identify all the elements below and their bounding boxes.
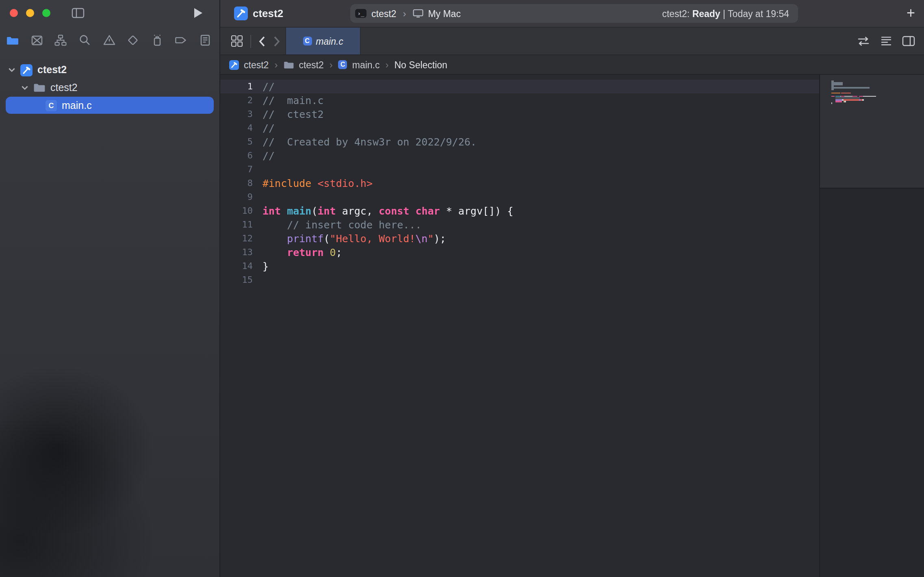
minimap-line [831,80,924,82]
code-text: // ctest2 [262,107,324,121]
minimap-line [831,99,924,100]
debug-navigator-icon[interactable] [150,33,164,47]
toggle-sidebar-icon[interactable] [72,7,85,19]
minimap-panel [819,75,924,577]
test-navigator-icon[interactable] [126,33,140,47]
window-title: ctest2 [253,7,283,20]
symbol-navigator-icon[interactable] [54,33,68,47]
line-number[interactable]: 2 [220,93,262,107]
minimap-line [831,104,924,106]
report-navigator-icon[interactable] [198,33,212,47]
issue-navigator-icon[interactable] [102,33,116,47]
minimap-line [831,89,924,90]
close-button[interactable] [10,9,18,17]
library-plus-button[interactable]: + [907,3,915,23]
zoom-button[interactable] [42,9,50,17]
project-navigator-icon[interactable] [6,33,20,47]
sidebar-item-group[interactable]: ctest2 [0,79,219,97]
line-number[interactable]: 3 [220,107,262,121]
minimap-line [831,96,924,97]
code-line[interactable]: 4// [220,121,819,135]
add-editor-icon[interactable] [902,36,915,46]
line-number[interactable]: 5 [220,135,262,149]
run-button[interactable] [193,7,203,19]
code-line[interactable]: 5// Created by 4nsw3r on 2022/9/26. [220,135,819,149]
code-editor[interactable]: 1//2// main.c3// ctest24//5// Created by… [220,75,819,577]
xcode-project-icon [20,64,33,76]
code-line[interactable]: 9 [220,190,819,204]
line-number[interactable]: 11 [220,218,262,232]
folder-icon [283,61,294,69]
code-line[interactable]: 3// ctest2 [220,107,819,121]
code-line[interactable]: 1// [220,80,819,93]
line-number[interactable]: 6 [220,149,262,163]
code-line[interactable]: 13 return 0; [220,245,819,259]
back-icon[interactable] [258,35,266,47]
jump-bar: ctest2 › ctest2 › C main.c › No Selectio… [220,55,924,75]
line-number[interactable]: 7 [220,163,262,176]
line-number[interactable]: 12 [220,232,262,245]
minimap-line [831,86,924,87]
breakpoint-navigator-icon[interactable] [174,33,188,47]
editor-options-icon[interactable] [880,36,892,46]
jump-item-group[interactable]: ctest2 [299,60,323,69]
line-number[interactable]: 15 [220,273,262,287]
code-text: // main.c [262,93,324,107]
line-number[interactable]: 4 [220,121,262,135]
scheme-terminal-icon[interactable]: ›_ [355,9,367,18]
navigator-bar [0,27,219,54]
jump-item-file[interactable]: main.c [352,60,380,69]
c-file-icon: C [303,37,312,46]
build-status[interactable]: ctest2: Ready | Today at 19:54 [662,9,789,18]
main-area: ctest2 ›_ ctest2 › My Mac ctest2: Ready … [220,0,924,577]
code-line[interactable]: 14} [220,259,819,273]
line-number[interactable]: 14 [220,259,262,273]
line-number[interactable]: 1 [220,80,262,93]
sidebar-item-file-selected[interactable]: C main.c [6,97,214,114]
jump-item-project[interactable]: ctest2 [244,60,269,69]
code-line[interactable]: 10int main(int argc, const char * argv[]… [220,204,819,218]
code-line[interactable]: 11 // insert code here... [220,218,819,232]
code-line[interactable]: 2// main.c [220,93,819,107]
computer-icon [412,9,423,18]
group-name: ctest2 [50,82,78,93]
code-line[interactable]: 15 [220,273,819,287]
tab-bar: C main.c [220,28,924,55]
minimap-line [831,101,924,102]
line-number[interactable]: 10 [220,204,262,218]
source-control-navigator-icon[interactable] [30,33,43,47]
code-text: printf("Hello, World!\n"); [262,232,446,245]
code-text: int main(int argc, const char * argv[]) … [262,204,513,218]
tab-main-c[interactable]: C main.c [285,28,361,54]
code-line[interactable]: 12 printf("Hello, World!\n"); [220,232,819,245]
code-text: #include <stdio.h> [262,176,373,190]
minimap-line [831,94,924,95]
divider [250,35,251,48]
chevron-down-icon[interactable] [8,67,15,72]
line-number[interactable]: 13 [220,245,262,259]
chevron-down-icon[interactable] [21,85,28,90]
line-number[interactable]: 9 [220,190,262,204]
project-name: ctest2 [37,64,67,76]
code-line[interactable]: 7 [220,163,819,176]
sidebar-item-project[interactable]: ctest2 [0,61,219,79]
line-number[interactable]: 8 [220,176,262,190]
code-review-icon[interactable] [857,36,870,46]
run-destination[interactable]: My Mac [428,9,461,18]
find-navigator-icon[interactable] [78,33,92,47]
forward-icon[interactable] [273,35,280,47]
toolbar: ctest2 ›_ ctest2 › My Mac ctest2: Ready … [220,0,924,28]
minimap[interactable] [820,75,924,189]
editor-grid-icon[interactable] [231,35,243,47]
tab-label: main.c [316,36,343,46]
scheme-name[interactable]: ctest2 [371,9,396,18]
chevron-right-icon: › [403,8,406,19]
editor-area: 1//2// main.c3// ctest24//5// Created by… [220,75,924,577]
code-line[interactable]: 6// [220,149,819,163]
c-file-icon: C [338,60,347,69]
activity-status-bar: ›_ ctest2 › My Mac ctest2: Ready | Today… [350,4,798,23]
jump-item-selection[interactable]: No Selection [395,60,447,69]
code-line[interactable]: 8#include <stdio.h> [220,176,819,190]
minimize-button[interactable] [26,9,34,17]
xcode-app-icon [234,7,248,20]
